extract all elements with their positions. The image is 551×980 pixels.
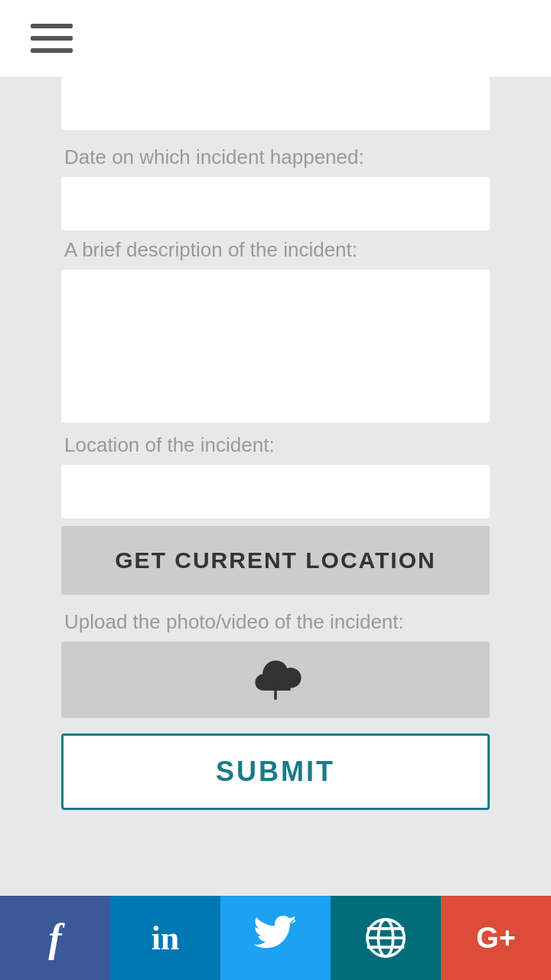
facebook-button[interactable]: f [0,896,110,980]
twitter-icon [253,916,298,960]
get-location-button[interactable]: GET CURRENT LOCATION [61,526,490,595]
description-field-group: A brief description of the incident: [61,238,490,426]
upload-area[interactable] [61,642,490,718]
googleplus-icon: G+ [476,922,516,955]
submit-button[interactable]: SUBMIT [61,733,490,810]
description-label: A brief description of the incident: [61,238,490,262]
twitter-button[interactable] [220,896,331,980]
date-label: Date on which incident happened: [61,145,490,169]
globe-icon [364,916,408,960]
location-field-group: Location of the incident: [61,433,490,518]
upload-label: Upload the photo/video of the incident: [61,610,490,634]
top-input-field[interactable] [61,77,490,130]
description-input[interactable] [61,270,490,423]
location-input[interactable] [61,465,490,518]
form-container: Date on which incident happened: A brief… [0,77,551,933]
linkedin-button[interactable]: in [110,896,220,980]
date-field-group: Date on which incident happened: [61,145,490,230]
web-button[interactable] [331,896,441,980]
upload-cloud-icon [249,653,302,707]
linkedin-icon: in [152,919,180,958]
googleplus-button[interactable]: G+ [441,896,551,980]
facebook-icon: f [48,916,61,961]
location-label: Location of the incident: [61,433,490,457]
header [0,0,551,77]
hamburger-menu-button[interactable] [31,24,73,53]
social-bar: f in G+ [0,896,551,980]
date-input[interactable] [61,177,490,230]
